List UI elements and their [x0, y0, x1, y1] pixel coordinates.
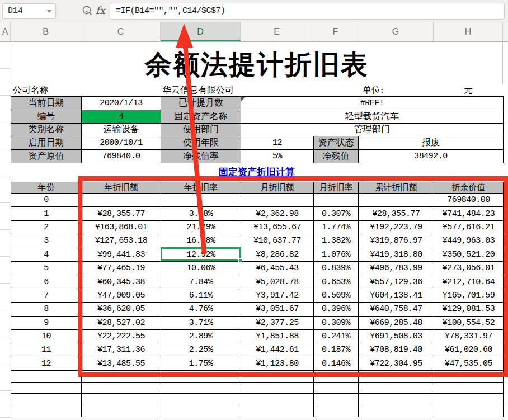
dep-header-cell[interactable]: 年折旧额: [82, 182, 161, 194]
dep-value-cell[interactable]: ¥47,535.05: [434, 357, 504, 370]
dep-value-cell[interactable]: 12.92%: [161, 248, 241, 261]
label-cell[interactable]: 使用部门: [161, 123, 241, 136]
fill-handle[interactable]: [238, 258, 242, 262]
year-cell[interactable]: 3: [11, 234, 82, 248]
dep-value-cell[interactable]: 3.68%: [161, 207, 241, 220]
company-label-cell[interactable]: 公司名称: [13, 84, 49, 96]
dep-header-cell[interactable]: 累计折旧额: [359, 182, 434, 194]
dep-value-cell[interactable]: ¥100,554.52: [434, 316, 504, 329]
dep-value-cell[interactable]: 0.146%: [314, 357, 359, 370]
dep-header-cell[interactable]: 月折旧额: [241, 182, 314, 194]
dep-value-cell[interactable]: 1.75%: [161, 357, 241, 370]
dep-value-cell[interactable]: 0.653%: [314, 275, 359, 289]
dep-value-cell[interactable]: 16.58%: [161, 234, 241, 248]
dep-value-cell[interactable]: 2.89%: [161, 329, 241, 343]
column-header-g[interactable]: G: [358, 22, 434, 41]
dep-value-cell[interactable]: [82, 394, 161, 405]
dep-value-cell[interactable]: ¥127,653.18: [82, 234, 161, 248]
year-cell[interactable]: 10: [11, 329, 82, 343]
dep-value-cell[interactable]: 0.187%: [314, 343, 359, 357]
dep-value-cell[interactable]: ¥604,138.41: [359, 289, 434, 302]
formula-input[interactable]: =IF(B14="","",C14/$C$7): [110, 3, 505, 20]
value-cell[interactable]: 报废: [359, 136, 504, 150]
dep-value-cell[interactable]: 6.11%: [161, 289, 241, 302]
dep-value-cell[interactable]: ¥129,081.53: [434, 303, 504, 316]
dep-value-cell[interactable]: 21.29%: [161, 220, 241, 234]
dep-value-cell[interactable]: ¥1,851.88: [241, 329, 314, 343]
dep-value-cell[interactable]: 2.25%: [161, 343, 241, 357]
dep-value-cell[interactable]: ¥577,616.21: [434, 220, 504, 234]
dep-value-cell[interactable]: 3.71%: [161, 316, 241, 329]
year-cell[interactable]: [11, 382, 82, 394]
dep-value-cell[interactable]: ¥78,331.97: [434, 329, 504, 343]
dep-header-cell[interactable]: 年折旧率: [161, 182, 241, 194]
value-cell[interactable]: 运输设备: [82, 123, 161, 136]
magnifier-icon[interactable]: [82, 5, 93, 20]
dep-value-cell[interactable]: [161, 405, 241, 417]
year-cell[interactable]: 4: [11, 248, 82, 261]
dep-value-cell[interactable]: 10.06%: [161, 261, 241, 275]
value-cell[interactable]: 2000/10/1: [82, 136, 161, 150]
dep-value-cell[interactable]: [434, 394, 504, 405]
dep-value-cell[interactable]: ¥5,028.78: [241, 275, 314, 289]
dep-value-cell[interactable]: ¥77,465.19: [82, 261, 161, 275]
year-cell[interactable]: 5: [11, 261, 82, 275]
column-header-e[interactable]: E: [241, 22, 313, 41]
dep-value-cell[interactable]: ¥22,222.55: [82, 329, 161, 343]
dep-value-cell[interactable]: ¥419,318.80: [359, 248, 434, 261]
year-cell[interactable]: [11, 405, 82, 417]
label-cell[interactable]: 使用年限: [161, 136, 241, 150]
label-cell[interactable]: 启用日期: [11, 136, 82, 150]
dep-value-cell[interactable]: ¥61,020.60: [434, 343, 504, 357]
insert-function-icon[interactable]: fx: [96, 4, 105, 16]
dep-value-cell[interactable]: ¥28,355.77: [82, 207, 161, 220]
dep-value-cell[interactable]: ¥212,710.64: [434, 275, 504, 289]
dep-value-cell[interactable]: [241, 394, 314, 405]
label-cell[interactable]: 当前日期: [11, 97, 82, 110]
dep-value-cell[interactable]: [241, 371, 314, 383]
label-cell[interactable]: 净残值率: [161, 150, 241, 163]
label-cell[interactable]: 类别名称: [11, 123, 82, 136]
dep-value-cell[interactable]: [161, 194, 241, 207]
dep-value-cell[interactable]: 0.307%: [314, 207, 359, 220]
value-cell[interactable]: 管理部门: [241, 123, 504, 136]
dep-value-cell[interactable]: 1.774%: [314, 220, 359, 234]
dep-value-cell[interactable]: 1.382%: [314, 234, 359, 248]
year-cell[interactable]: 11: [11, 343, 82, 357]
dep-value-cell[interactable]: 0.396%: [314, 303, 359, 316]
dep-value-cell[interactable]: ¥60,345.38: [82, 275, 161, 289]
dep-value-cell[interactable]: ¥17,311.36: [82, 343, 161, 357]
dep-value-cell[interactable]: 4.76%: [161, 303, 241, 316]
dep-value-cell[interactable]: ¥691,508.03: [359, 329, 434, 343]
dep-value-cell[interactable]: ¥165,701.59: [434, 289, 504, 302]
unit-label-cell[interactable]: 单位:: [363, 84, 383, 96]
value-cell[interactable]: 2020/1/13: [82, 97, 161, 110]
year-cell[interactable]: 7: [11, 289, 82, 302]
dep-value-cell[interactable]: ¥557,129.36: [359, 275, 434, 289]
column-header-h[interactable]: H: [434, 22, 503, 41]
dep-value-cell[interactable]: 0.509%: [314, 289, 359, 302]
dep-value-cell[interactable]: ¥741,484.23: [434, 207, 504, 220]
label-cell[interactable]: 固定资产名称: [161, 110, 241, 123]
year-cell[interactable]: 9: [11, 316, 82, 329]
year-cell[interactable]: 12: [11, 357, 82, 370]
company-name-cell[interactable]: 华云信息有限公司: [162, 84, 234, 96]
year-cell[interactable]: 0: [11, 194, 82, 207]
dep-value-cell[interactable]: [241, 382, 314, 394]
dep-header-cell[interactable]: 折余价值: [434, 182, 504, 194]
dep-value-cell[interactable]: [359, 194, 434, 207]
label-cell[interactable]: 净残值: [314, 150, 359, 163]
dep-value-cell[interactable]: 0.839%: [314, 261, 359, 275]
dep-value-cell[interactable]: [82, 405, 161, 417]
year-cell[interactable]: 2: [11, 220, 82, 234]
year-cell[interactable]: 1: [11, 207, 82, 220]
dep-header-cell[interactable]: 年份: [11, 182, 82, 194]
error-value-cell[interactable]: #REF!: [241, 97, 504, 110]
dep-value-cell[interactable]: [314, 382, 359, 394]
label-cell[interactable]: 编号: [11, 110, 82, 123]
unit-value-cell[interactable]: 元: [434, 84, 503, 96]
value-cell[interactable]: 5%: [241, 150, 314, 163]
dep-value-cell[interactable]: ¥3,051.67: [241, 303, 314, 316]
year-cell[interactable]: [11, 371, 82, 383]
dep-value-cell[interactable]: [359, 405, 434, 417]
